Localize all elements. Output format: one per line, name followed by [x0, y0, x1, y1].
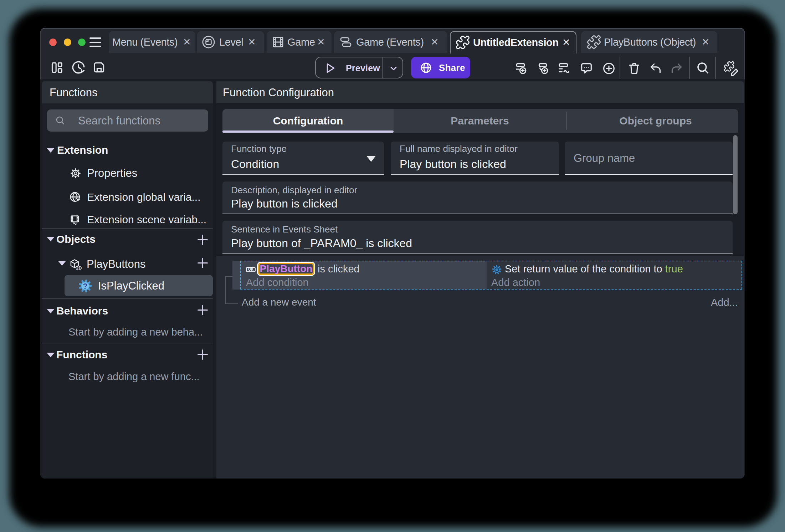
- svg-text:?: ?: [83, 282, 87, 291]
- svg-text:2D: 2D: [76, 266, 82, 271]
